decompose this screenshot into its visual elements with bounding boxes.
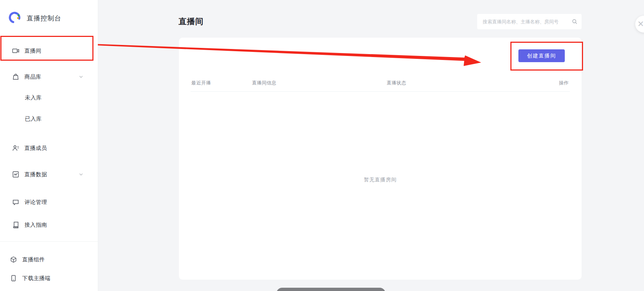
live-room-card: [179, 38, 582, 280]
close-icon: ✕: [637, 20, 644, 28]
phone-icon: [10, 275, 17, 282]
sidebar-item-label: 直播组件: [22, 256, 45, 263]
floating-close-button[interactable]: ✕: [635, 16, 644, 33]
sidebar-item-comment-management[interactable]: 评论管理: [0, 195, 98, 209]
sidebar-item-label: 商品库: [24, 73, 42, 80]
empty-state-text: 暂无直播房间: [179, 177, 582, 183]
sidebar-item-product-library[interactable]: 商品库: [0, 69, 98, 84]
app-logo-icon: [8, 11, 21, 26]
guide-book-icon: [12, 221, 19, 228]
search-input[interactable]: [477, 19, 571, 24]
sidebar-item-integration-guide[interactable]: 接入指南: [0, 218, 98, 232]
search-box[interactable]: [477, 14, 582, 29]
column-recent-broadcast: 最近开播: [191, 80, 211, 86]
annotation-box-create-button: [510, 42, 583, 71]
sidebar-divider: [0, 241, 98, 242]
sidebar-item-label: 下载主播端: [22, 275, 51, 282]
sidebar-item-in-library[interactable]: 已入库: [25, 113, 42, 124]
sidebar-item-label: 直播成员: [24, 145, 47, 152]
toast-notification: [276, 288, 386, 291]
comment-icon: [12, 199, 19, 206]
member-icon: [12, 144, 19, 152]
chevron-down-icon[interactable]: [78, 172, 84, 177]
cube-icon: [10, 256, 17, 263]
sidebar-item-label: 未入库: [25, 94, 42, 101]
column-live-status: 直播状态: [387, 80, 406, 86]
data-chart-icon: [12, 171, 19, 178]
annotation-box-sidebar-live-room: [0, 36, 93, 61]
table-header-row: 最近开播 直播间信息 直播状态 操作: [191, 80, 570, 88]
sidebar-item-label: 直播数据: [24, 171, 47, 178]
live-console-screen: 直播控制台 直播间 商品库: [0, 0, 644, 291]
sidebar-item-label: 评论管理: [24, 199, 47, 206]
search-icon[interactable]: [571, 19, 582, 24]
sidebar-item-not-in-library[interactable]: 未入库: [25, 92, 42, 103]
sidebar-item-download-anchor-app[interactable]: 下载主播端: [0, 271, 98, 286]
table-header-divider: [191, 91, 570, 92]
column-actions: 操作: [559, 80, 569, 86]
sidebar-item-live-components[interactable]: 直播组件: [0, 252, 98, 267]
chevron-down-icon[interactable]: [78, 74, 84, 79]
app-logo-row: 直播控制台: [8, 11, 61, 26]
sidebar-item-label: 接入指南: [24, 222, 47, 228]
sidebar-item-label: 已入库: [25, 116, 42, 122]
column-room-info: 直播间信息: [252, 80, 277, 86]
shopping-bag-icon: [12, 73, 19, 80]
sidebar-item-live-data[interactable]: 直播数据: [0, 167, 98, 182]
sidebar-item-live-members[interactable]: 直播成员: [0, 141, 98, 155]
page-title: 直播间: [179, 16, 204, 27]
app-title: 直播控制台: [27, 14, 61, 23]
